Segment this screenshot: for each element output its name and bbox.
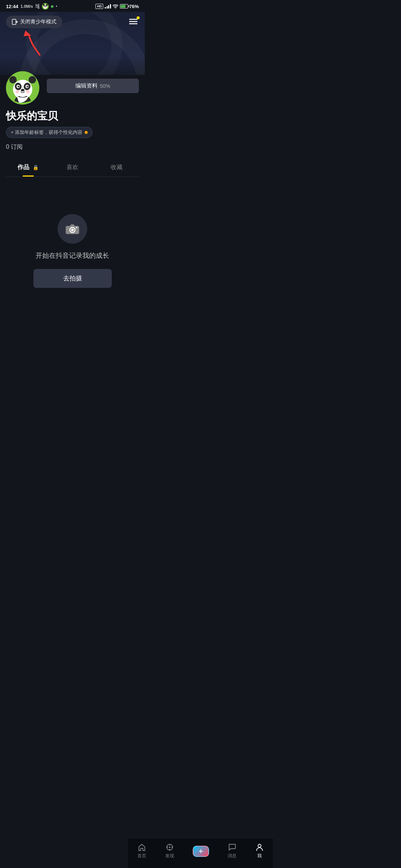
status-avatar [42,3,49,10]
time: 12:44 [6,4,18,9]
menu-button[interactable] [128,17,139,27]
svg-point-27 [19,86,19,86]
tabs: 作品 🔒 喜欢 收藏 [6,158,139,177]
status-left: 12:44 1.0M/s · [6,3,57,10]
shoot-button[interactable]: 去拍摄 [33,269,112,288]
svg-point-20 [29,76,36,83]
panda-avatar-svg [8,73,38,103]
empty-state: 开始在抖音记录我的成长 去拍摄 [0,184,145,303]
speed: 1.0M/s [20,4,33,9]
svg-point-29 [21,89,25,92]
tab-likes[interactable]: 喜欢 [50,158,94,177]
status-right: HD 76% [95,4,139,9]
svg-point-6 [44,6,45,6]
hd-badge: HD [95,4,103,9]
avatar[interactable] [6,71,39,105]
camera-icon [66,223,79,234]
bottom-spacer [0,303,145,332]
signal-bars [105,4,111,9]
svg-point-9 [45,7,45,7]
battery-container: 76% [120,4,139,9]
svg-point-31 [26,90,30,93]
youth-mode-button[interactable]: 关闭青少年模式 [6,16,62,28]
status-dot [51,5,53,8]
subscribe-count: 0 订阅 [6,143,139,151]
username: 快乐的宝贝 [6,109,139,123]
battery-percent: 76% [129,4,139,9]
svg-point-30 [16,90,19,93]
exit-icon [12,19,18,25]
battery-icon [120,4,128,9]
status-bar: 12:44 1.0M/s · HD [0,0,145,12]
tabs-container: 作品 🔒 喜欢 收藏 [6,158,139,177]
header-controls: 关闭青少年模式 [0,12,145,32]
tab-works[interactable]: 作品 🔒 [6,158,50,177]
edit-profile-button[interactable]: 编辑资料 50% [47,79,139,93]
profile-section: 编辑资料 50% 快乐的宝贝 + 添加年龄标签，获得个性化内容 0 订阅 作品 … [0,75,145,184]
svg-rect-35 [76,227,77,228]
svg-point-19 [9,76,17,83]
svg-marker-13 [23,30,31,36]
profile-header: 编辑资料 50% [6,75,139,105]
wifi-icon [113,4,118,9]
camera-circle [58,214,87,244]
lock-icon: 🔒 [33,165,39,170]
svg-point-7 [46,6,46,6]
tab-favorites[interactable]: 收藏 [95,158,139,177]
mute-icon [35,4,40,9]
hamburger-icon [129,19,137,24]
svg-point-10 [46,7,46,7]
svg-point-34 [71,229,74,231]
svg-point-8 [45,7,46,7]
age-tag-dot [85,131,88,134]
age-tag-button[interactable]: + 添加年龄标签，获得个性化内容 [6,127,92,138]
arrow-annotation [22,27,45,59]
status-dot2: · [56,3,57,10]
svg-point-28 [27,86,28,86]
battery-level [121,5,126,8]
svg-point-11 [115,8,116,9]
empty-title: 开始在抖音记录我的成长 [36,251,109,260]
menu-notification-dot [137,16,140,19]
